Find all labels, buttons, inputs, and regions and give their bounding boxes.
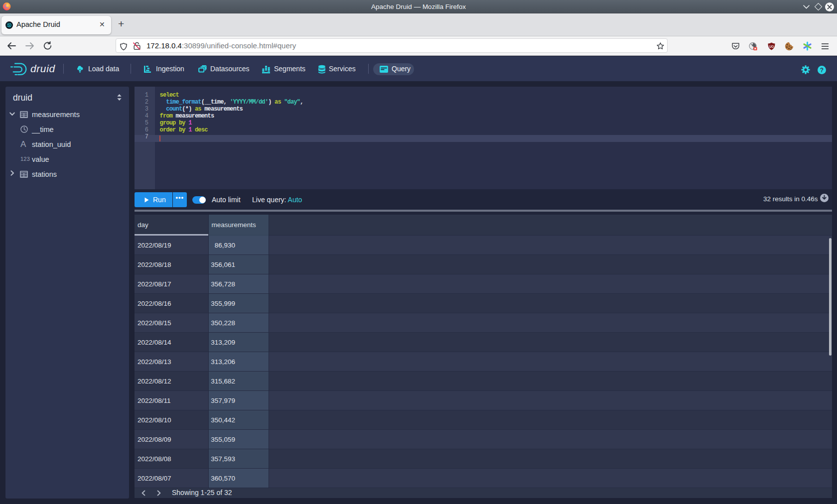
svg-text:UO: UO [769, 45, 774, 48]
svg-text:?: ? [820, 67, 824, 74]
